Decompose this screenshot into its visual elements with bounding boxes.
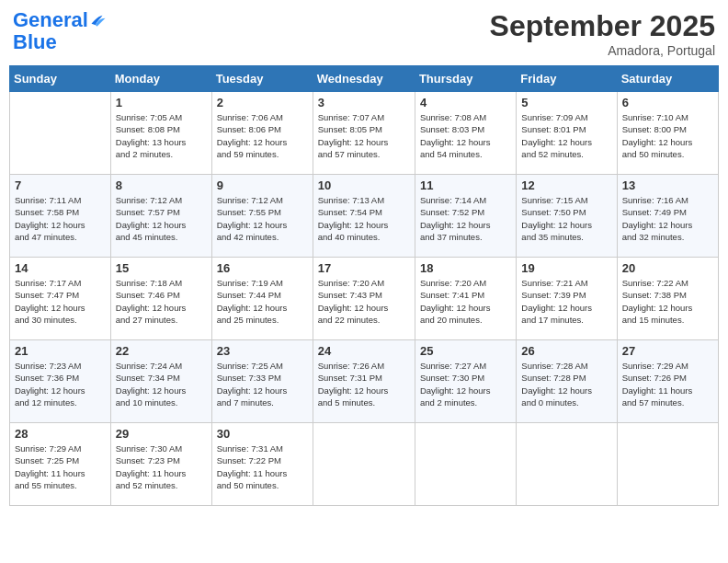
calendar-body: 1Sunrise: 7:05 AMSunset: 8:08 PMDaylight… — [10, 92, 719, 506]
day-number: 8 — [116, 178, 207, 192]
calendar-cell: 21Sunrise: 7:23 AMSunset: 7:36 PMDayligh… — [10, 340, 111, 423]
calendar-cell: 11Sunrise: 7:14 AMSunset: 7:52 PMDayligh… — [415, 175, 516, 258]
day-info: Sunrise: 7:26 AMSunset: 7:31 PMDaylight:… — [318, 360, 410, 408]
day-number: 16 — [217, 261, 308, 275]
col-header-monday: Monday — [110, 66, 211, 92]
calendar-cell: 30Sunrise: 7:31 AMSunset: 7:22 PMDayligh… — [211, 423, 313, 506]
day-info: Sunrise: 7:21 AMSunset: 7:39 PMDaylight:… — [521, 277, 611, 326]
calendar-cell: 5Sunrise: 7:09 AMSunset: 8:01 PMDaylight… — [517, 92, 617, 175]
calendar-cell: 19Sunrise: 7:21 AMSunset: 7:39 PMDayligh… — [517, 258, 617, 340]
calendar-cell: 29Sunrise: 7:30 AMSunset: 7:23 PMDayligh… — [110, 423, 211, 506]
day-info: Sunrise: 7:13 AMSunset: 7:54 PMDaylight:… — [318, 194, 410, 243]
day-number: 24 — [318, 344, 410, 358]
calendar-cell: 14Sunrise: 7:17 AMSunset: 7:47 PMDayligh… — [10, 258, 111, 340]
calendar-cell — [617, 423, 718, 506]
day-number: 4 — [420, 96, 511, 109]
calendar-week-row: 7Sunrise: 7:11 AMSunset: 7:58 PMDaylight… — [10, 175, 719, 258]
calendar-cell — [517, 423, 617, 506]
title-block: September 2025 Amadora, Portugal — [490, 9, 715, 58]
logo-text-line1: General — [13, 9, 88, 31]
page-header: General Blue September 2025 Amadora, Por… — [9, 9, 719, 58]
calendar-cell: 12Sunrise: 7:15 AMSunset: 7:50 PMDayligh… — [517, 175, 617, 258]
col-header-tuesday: Tuesday — [211, 66, 313, 92]
day-info: Sunrise: 7:12 AMSunset: 7:55 PMDaylight:… — [217, 194, 308, 243]
day-number: 5 — [521, 96, 611, 109]
day-number: 10 — [318, 178, 410, 192]
day-info: Sunrise: 7:15 AMSunset: 7:50 PMDaylight:… — [521, 194, 611, 243]
day-info: Sunrise: 7:19 AMSunset: 7:44 PMDaylight:… — [217, 277, 308, 326]
calendar-cell: 18Sunrise: 7:20 AMSunset: 7:41 PMDayligh… — [415, 258, 516, 340]
day-info: Sunrise: 7:29 AMSunset: 7:26 PMDaylight:… — [622, 360, 713, 408]
day-info: Sunrise: 7:24 AMSunset: 7:34 PMDaylight:… — [116, 360, 207, 408]
day-number: 13 — [622, 178, 713, 192]
day-info: Sunrise: 7:25 AMSunset: 7:33 PMDaylight:… — [217, 360, 308, 408]
calendar-week-row: 28Sunrise: 7:29 AMSunset: 7:25 PMDayligh… — [10, 423, 719, 506]
day-number: 14 — [15, 261, 106, 275]
calendar-cell: 20Sunrise: 7:22 AMSunset: 7:38 PMDayligh… — [617, 258, 718, 340]
day-number: 28 — [15, 427, 106, 441]
calendar-cell: 22Sunrise: 7:24 AMSunset: 7:34 PMDayligh… — [110, 340, 211, 423]
day-info: Sunrise: 7:16 AMSunset: 7:49 PMDaylight:… — [622, 194, 713, 243]
calendar-cell: 17Sunrise: 7:20 AMSunset: 7:43 PMDayligh… — [313, 258, 415, 340]
day-info: Sunrise: 7:31 AMSunset: 7:22 PMDaylight:… — [217, 442, 308, 491]
day-number: 15 — [116, 261, 207, 275]
calendar-cell: 8Sunrise: 7:12 AMSunset: 7:57 PMDaylight… — [110, 175, 211, 258]
day-info: Sunrise: 7:05 AMSunset: 8:08 PMDaylight:… — [116, 111, 207, 160]
location: Amadora, Portugal — [490, 43, 715, 58]
day-info: Sunrise: 7:10 AMSunset: 8:00 PMDaylight:… — [622, 111, 713, 160]
col-header-friday: Friday — [517, 66, 617, 92]
day-number: 25 — [420, 344, 511, 358]
day-info: Sunrise: 7:29 AMSunset: 7:25 PMDaylight:… — [15, 442, 106, 491]
calendar-week-row: 21Sunrise: 7:23 AMSunset: 7:36 PMDayligh… — [10, 340, 719, 423]
day-info: Sunrise: 7:23 AMSunset: 7:36 PMDaylight:… — [15, 360, 106, 408]
day-info: Sunrise: 7:12 AMSunset: 7:57 PMDaylight:… — [116, 194, 207, 243]
day-number: 1 — [116, 96, 207, 109]
logo: General Blue — [13, 9, 107, 53]
day-number: 18 — [420, 261, 511, 275]
logo-bird-icon — [90, 12, 107, 29]
day-info: Sunrise: 7:11 AMSunset: 7:58 PMDaylight:… — [15, 194, 106, 243]
day-info: Sunrise: 7:28 AMSunset: 7:28 PMDaylight:… — [521, 360, 611, 408]
calendar-cell: 9Sunrise: 7:12 AMSunset: 7:55 PMDaylight… — [211, 175, 313, 258]
col-header-sunday: Sunday — [10, 66, 111, 92]
calendar-cell: 7Sunrise: 7:11 AMSunset: 7:58 PMDaylight… — [10, 175, 111, 258]
calendar-header-row: SundayMondayTuesdayWednesdayThursdayFrid… — [10, 66, 719, 92]
calendar-cell: 26Sunrise: 7:28 AMSunset: 7:28 PMDayligh… — [517, 340, 617, 423]
day-number: 19 — [521, 261, 611, 275]
month-title: September 2025 — [490, 9, 715, 43]
calendar-cell — [313, 423, 415, 506]
day-info: Sunrise: 7:17 AMSunset: 7:47 PMDaylight:… — [15, 277, 106, 326]
calendar-cell — [10, 92, 111, 175]
calendar-cell: 25Sunrise: 7:27 AMSunset: 7:30 PMDayligh… — [415, 340, 516, 423]
col-header-wednesday: Wednesday — [313, 66, 415, 92]
day-info: Sunrise: 7:14 AMSunset: 7:52 PMDaylight:… — [420, 194, 511, 243]
calendar-week-row: 14Sunrise: 7:17 AMSunset: 7:47 PMDayligh… — [10, 258, 719, 340]
calendar-cell — [415, 423, 516, 506]
day-info: Sunrise: 7:22 AMSunset: 7:38 PMDaylight:… — [622, 277, 713, 326]
day-number: 26 — [521, 344, 611, 358]
day-info: Sunrise: 7:27 AMSunset: 7:30 PMDaylight:… — [420, 360, 511, 408]
day-number: 30 — [217, 427, 308, 441]
day-number: 27 — [622, 344, 713, 358]
calendar-cell: 27Sunrise: 7:29 AMSunset: 7:26 PMDayligh… — [617, 340, 718, 423]
day-info: Sunrise: 7:18 AMSunset: 7:46 PMDaylight:… — [116, 277, 207, 326]
calendar-cell: 15Sunrise: 7:18 AMSunset: 7:46 PMDayligh… — [110, 258, 211, 340]
calendar-table: SundayMondayTuesdayWednesdayThursdayFrid… — [9, 65, 719, 506]
calendar-cell: 23Sunrise: 7:25 AMSunset: 7:33 PMDayligh… — [211, 340, 313, 423]
day-number: 23 — [217, 344, 308, 358]
calendar-cell: 10Sunrise: 7:13 AMSunset: 7:54 PMDayligh… — [313, 175, 415, 258]
calendar-cell: 4Sunrise: 7:08 AMSunset: 8:03 PMDaylight… — [415, 92, 516, 175]
day-number: 22 — [116, 344, 207, 358]
calendar-week-row: 1Sunrise: 7:05 AMSunset: 8:08 PMDaylight… — [10, 92, 719, 175]
calendar-cell: 28Sunrise: 7:29 AMSunset: 7:25 PMDayligh… — [10, 423, 111, 506]
calendar-cell: 2Sunrise: 7:06 AMSunset: 8:06 PMDaylight… — [211, 92, 313, 175]
logo-text-line2: Blue — [13, 31, 107, 53]
day-info: Sunrise: 7:09 AMSunset: 8:01 PMDaylight:… — [521, 111, 611, 160]
day-info: Sunrise: 7:08 AMSunset: 8:03 PMDaylight:… — [420, 111, 511, 160]
day-number: 12 — [521, 178, 611, 192]
day-number: 17 — [318, 261, 410, 275]
day-number: 11 — [420, 178, 511, 192]
day-info: Sunrise: 7:20 AMSunset: 7:43 PMDaylight:… — [318, 277, 410, 326]
day-number: 7 — [15, 178, 106, 192]
calendar-cell: 1Sunrise: 7:05 AMSunset: 8:08 PMDaylight… — [110, 92, 211, 175]
